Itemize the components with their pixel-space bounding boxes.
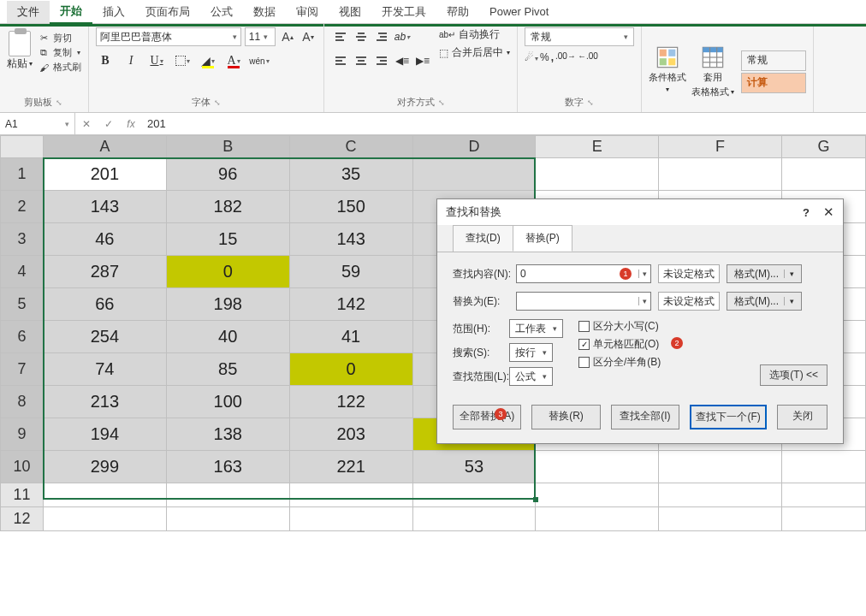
cell-F11[interactable]	[659, 483, 782, 507]
clipboard-anchor-icon[interactable]: ⤡	[56, 98, 62, 107]
cell-B10[interactable]: 163	[166, 451, 289, 483]
cell-A1[interactable]: 201	[43, 158, 166, 191]
fx-button[interactable]: fx	[120, 113, 142, 134]
name-box[interactable]: A1	[0, 113, 75, 134]
comma-button[interactable]: ,	[551, 51, 554, 63]
cell-C7[interactable]: 0	[289, 353, 412, 386]
bold-button[interactable]: B	[96, 51, 115, 70]
replace-with-input[interactable]: ▾	[516, 292, 651, 311]
menu-help[interactable]: 帮助	[436, 1, 479, 23]
cell-C5[interactable]: 142	[289, 288, 412, 321]
cell-A7[interactable]: 74	[43, 353, 166, 386]
alignment-anchor-icon[interactable]: ⤡	[438, 98, 445, 107]
format-painter-button[interactable]: 🖌格式刷	[38, 61, 81, 74]
cell-style-normal[interactable]: 常规	[741, 50, 806, 71]
replace-all-button[interactable]: 全部替换(A)3	[453, 405, 521, 429]
merge-center-button[interactable]: ⬚合并后居中▾	[439, 45, 510, 60]
menu-developer[interactable]: 开发工具	[371, 1, 436, 23]
replace-button[interactable]: 替换(R)	[531, 405, 600, 429]
cell-style-calc[interactable]: 计算	[741, 73, 806, 93]
find-all-button[interactable]: 查找全部(I)	[611, 405, 679, 429]
cell-G11[interactable]	[782, 483, 866, 507]
cell-C2[interactable]: 150	[289, 191, 412, 223]
cell-A11[interactable]	[43, 483, 166, 507]
tab-find[interactable]: 查找(D)	[453, 225, 513, 252]
cell-C10[interactable]: 221	[289, 451, 412, 483]
cell-A9[interactable]: 194	[43, 418, 166, 451]
col-header-A[interactable]: A	[43, 136, 166, 158]
close-button[interactable]: 关闭	[777, 405, 827, 429]
within-select[interactable]: 工作表	[509, 319, 563, 338]
menu-data[interactable]: 数据	[243, 1, 286, 23]
menu-file[interactable]: 文件	[7, 1, 50, 23]
cancel-formula-button[interactable]: ✕	[75, 113, 98, 134]
cell-C9[interactable]: 203	[289, 418, 412, 451]
find-what-input[interactable]: 0▾ 1	[516, 264, 651, 283]
menu-view[interactable]: 视图	[329, 1, 371, 23]
conditional-formatting-button[interactable]: 条件格式▾	[649, 45, 686, 98]
menu-formulas[interactable]: 公式	[200, 1, 243, 23]
col-header-B[interactable]: B	[166, 136, 289, 158]
find-next-button[interactable]: 查找下一个(F)	[690, 405, 767, 429]
menu-home[interactable]: 开始	[50, 0, 92, 24]
align-bottom-button[interactable]	[372, 27, 391, 46]
cell-A10[interactable]: 299	[43, 451, 166, 483]
row-header-10[interactable]: 10	[1, 451, 44, 483]
cell-C3[interactable]: 143	[289, 223, 412, 256]
find-format-button[interactable]: 格式(M)...	[727, 264, 802, 283]
number-anchor-icon[interactable]: ⤡	[587, 98, 594, 107]
cell-B7[interactable]: 85	[166, 353, 289, 386]
menu-powerpivot[interactable]: Power Pivot	[479, 2, 559, 21]
cell-B5[interactable]: 198	[166, 288, 289, 321]
cell-E10[interactable]	[536, 451, 659, 483]
cell-B12[interactable]	[166, 507, 289, 531]
row-header-7[interactable]: 7	[1, 353, 44, 386]
align-middle-button[interactable]	[352, 27, 371, 46]
row-header-5[interactable]: 5	[1, 288, 44, 321]
menu-insert[interactable]: 插入	[92, 1, 135, 23]
col-header-F[interactable]: F	[659, 136, 782, 158]
cell-E12[interactable]	[536, 507, 659, 531]
select-all-corner[interactable]	[1, 136, 44, 158]
increase-decimal-button[interactable]: .00→	[555, 51, 576, 63]
cell-A12[interactable]	[43, 507, 166, 531]
copy-button[interactable]: ⧉复制▾	[38, 46, 81, 59]
cell-G10[interactable]	[782, 451, 866, 483]
paste-button[interactable]: 粘贴▾	[7, 31, 33, 71]
cell-C8[interactable]: 122	[289, 386, 412, 418]
phonetic-button[interactable]: wén	[250, 51, 269, 70]
decrease-indent-button[interactable]: ◀≡	[393, 51, 412, 70]
number-format-select[interactable]: 常规	[525, 27, 634, 46]
cell-A4[interactable]: 287	[43, 256, 166, 288]
cell-C6[interactable]: 41	[289, 321, 412, 353]
enter-formula-button[interactable]: ✓	[98, 113, 120, 134]
row-header-4[interactable]: 4	[1, 256, 44, 288]
formula-input[interactable]: 201	[142, 117, 866, 130]
align-center-button[interactable]	[352, 51, 371, 70]
close-icon[interactable]: ✕	[823, 204, 834, 220]
increase-indent-button[interactable]: ▶≡	[413, 51, 432, 70]
cell-F10[interactable]	[659, 451, 782, 483]
font-color-button[interactable]: A	[224, 51, 243, 70]
cell-B4[interactable]: 0	[166, 256, 289, 288]
cell-B6[interactable]: 40	[166, 321, 289, 353]
cell-A2[interactable]: 143	[43, 191, 166, 223]
cell-B8[interactable]: 100	[166, 386, 289, 418]
cell-F12[interactable]	[659, 507, 782, 531]
fill-color-button[interactable]: ◢	[199, 51, 217, 70]
align-left-button[interactable]	[331, 51, 350, 70]
lookin-select[interactable]: 公式	[509, 367, 553, 386]
row-header-11[interactable]: 11	[1, 483, 44, 507]
row-header-12[interactable]: 12	[1, 507, 44, 531]
dialog-titlebar[interactable]: 查找和替换 ? ✕	[437, 199, 843, 225]
cell-F1[interactable]	[659, 158, 782, 191]
align-right-button[interactable]	[372, 51, 391, 70]
cell-A5[interactable]: 66	[43, 288, 166, 321]
cell-A8[interactable]: 213	[43, 386, 166, 418]
row-header-1[interactable]: 1	[1, 158, 44, 191]
cell-E11[interactable]	[536, 483, 659, 507]
border-button[interactable]	[173, 51, 192, 70]
cell-D11[interactable]	[412, 483, 536, 507]
decrease-decimal-button[interactable]: ←.00	[578, 51, 598, 63]
accounting-button[interactable]: ☄	[525, 51, 538, 63]
